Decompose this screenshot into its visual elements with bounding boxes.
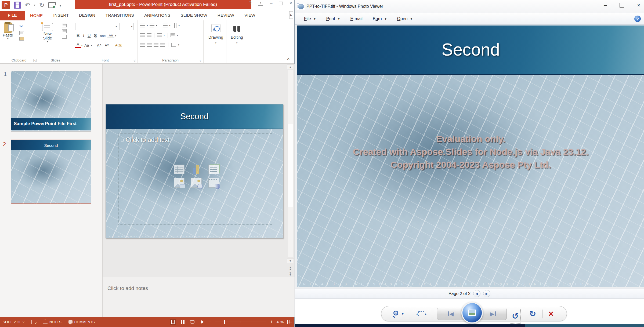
redo-icon[interactable]: ↻ — [39, 2, 45, 8]
bold-button[interactable]: B — [75, 33, 81, 38]
paste-dropdown-icon[interactable]: ▾ — [7, 37, 9, 40]
viewer-help-icon[interactable]: ? — [634, 16, 641, 22]
comments-toggle[interactable]: COMMENTS — [68, 320, 95, 324]
align-text-icon[interactable] — [171, 33, 175, 37]
undo-icon[interactable]: ↶ — [25, 2, 30, 8]
insert-smartart-icon[interactable] — [208, 165, 219, 174]
tab-review[interactable]: REVIEW — [212, 11, 239, 20]
smartart-dropdown-icon[interactable]: ▾ — [178, 43, 179, 46]
font-dialog-launcher-icon[interactable]: ↘ — [133, 59, 136, 62]
section-icon[interactable] — [62, 35, 67, 39]
zoom-level[interactable]: 40% — [277, 320, 284, 324]
align-right-icon[interactable] — [154, 43, 158, 47]
insert-video-icon[interactable] — [208, 178, 219, 188]
drawing-button[interactable]: Drawing ▾ — [208, 24, 223, 44]
character-spacing-button[interactable]: AV — [107, 34, 114, 38]
actual-size-button[interactable] — [418, 306, 424, 321]
copy-icon[interactable] — [19, 31, 24, 35]
font-size-select[interactable]: ▾ — [119, 23, 134, 30]
font-name-select[interactable]: ▾ — [75, 23, 118, 30]
menu-burn[interactable]: Burn ▼ — [373, 16, 387, 21]
new-slide-dropdown-icon[interactable]: ▾ — [47, 40, 48, 43]
insert-online-picture-icon[interactable] — [191, 178, 202, 188]
slide-title-band[interactable]: Second — [106, 104, 283, 129]
tab-home[interactable]: HOME — [25, 11, 48, 20]
undo-dropdown-icon[interactable]: ▾ — [34, 3, 35, 7]
scrollbar-thumb[interactable] — [288, 124, 293, 207]
slide-thumbnail-1[interactable]: Sample PowerPoint File First — [11, 71, 91, 132]
bullets-icon[interactable] — [140, 24, 145, 27]
scroll-down-icon[interactable]: ▼ — [287, 258, 294, 263]
delete-button[interactable]: × — [548, 306, 553, 321]
start-slideshow-icon[interactable] — [48, 2, 56, 8]
grow-font-button[interactable]: A˄ — [96, 43, 103, 48]
tab-design[interactable]: DESIGN — [74, 11, 100, 20]
line-spacing-dropdown-icon[interactable]: ▾ — [169, 24, 171, 27]
layout-icon[interactable] — [62, 24, 67, 27]
viewer-close-icon[interactable]: × — [637, 2, 640, 8]
menu-file[interactable]: File ▼ — [304, 16, 316, 21]
close-icon[interactable]: × — [289, 1, 292, 6]
zoom-in-icon[interactable]: + — [270, 319, 273, 324]
rotate-counterclockwise-button[interactable]: ↺ — [510, 309, 521, 324]
spell-check-icon[interactable] — [31, 320, 36, 324]
previous-slide-icon[interactable]: ▲▲ — [287, 266, 294, 270]
bullets-dropdown-icon[interactable]: ▾ — [147, 24, 148, 27]
editing-dropdown-icon[interactable]: ▾ — [236, 42, 238, 44]
cut-icon[interactable]: ✂ — [19, 24, 23, 29]
text-direction-icon[interactable] — [173, 23, 176, 28]
zoom-button[interactable]: + ▼ — [393, 306, 404, 321]
help-icon[interactable]: ? — [249, 1, 251, 6]
tab-view[interactable]: VIEW — [239, 11, 260, 20]
editing-slide[interactable]: Second Click to add text — [106, 104, 283, 238]
editing-button[interactable]: Editing ▾ — [231, 25, 243, 44]
collapse-ribbon-icon[interactable]: ˄ — [287, 57, 290, 61]
text-shadow-button[interactable]: S — [92, 33, 98, 38]
slide-thumbnail-2[interactable]: Second — [11, 140, 91, 204]
align-center-icon[interactable] — [147, 43, 152, 47]
menu-email[interactable]: E-mail — [350, 16, 363, 21]
tab-slide-show[interactable]: SLIDE SHOW — [175, 11, 212, 20]
font-size-dropdown-icon[interactable]: ▾ — [131, 25, 132, 28]
underline-button[interactable]: U — [86, 33, 92, 38]
columns-icon[interactable] — [157, 33, 162, 37]
format-painter-icon[interactable] — [19, 37, 24, 41]
minimize-icon[interactable]: – — [270, 1, 272, 6]
powerpoint-logo-icon[interactable]: P — [2, 1, 10, 9]
paste-button[interactable]: Paste ▾ — [3, 23, 13, 40]
restore-icon[interactable] — [279, 2, 283, 5]
line-spacing-icon[interactable] — [163, 24, 168, 27]
previous-image-button[interactable]: ◀ — [437, 308, 464, 320]
tab-animations[interactable]: ANIMATIONS — [139, 11, 175, 20]
rotate-clockwise-button[interactable]: ↻ — [529, 306, 536, 321]
insert-table-icon[interactable] — [174, 165, 184, 174]
new-slide-button[interactable]: New Slide ▾ — [41, 23, 54, 43]
character-spacing-dropdown-icon[interactable]: ▾ — [115, 34, 116, 37]
shrink-font-button[interactable]: A˅ — [103, 43, 110, 47]
italic-button[interactable]: I — [82, 33, 86, 38]
align-left-icon[interactable] — [140, 43, 145, 47]
tab-transitions[interactable]: TRANSITIONS — [100, 11, 139, 20]
notes-pane[interactable]: Click to add notes — [103, 277, 295, 317]
drawing-dropdown-icon[interactable]: ▾ — [215, 42, 216, 44]
font-color-button[interactable]: A — [75, 42, 81, 48]
next-page-button[interactable]: ▶ — [483, 290, 490, 297]
tab-insert[interactable]: INSERT — [48, 11, 74, 20]
insert-picture-icon[interactable] — [174, 178, 184, 188]
tab-file[interactable]: FILE — [0, 11, 25, 20]
font-color-dropdown-icon[interactable]: ▾ — [81, 44, 83, 47]
increase-indent-icon[interactable] — [147, 33, 151, 37]
clipboard-dialog-launcher-icon[interactable]: ↘ — [33, 59, 37, 62]
numbering-dropdown-icon[interactable]: ▾ — [156, 24, 157, 27]
slideshow-view-button[interactable] — [199, 319, 205, 325]
zoom-slider-thumb[interactable] — [224, 320, 225, 324]
strikethrough-button[interactable]: abc — [99, 34, 107, 38]
zoom-slider[interactable] — [215, 322, 266, 322]
scroll-up-icon[interactable]: ▲ — [287, 64, 294, 69]
viewer-maximize-icon[interactable] — [620, 3, 624, 8]
insert-chart-icon[interactable] — [191, 165, 202, 174]
menu-print[interactable]: Print ▼ — [326, 16, 340, 21]
font-name-dropdown-icon[interactable]: ▾ — [115, 25, 117, 28]
reset-icon[interactable] — [62, 29, 67, 33]
fit-slide-to-window-icon[interactable] — [287, 320, 292, 324]
